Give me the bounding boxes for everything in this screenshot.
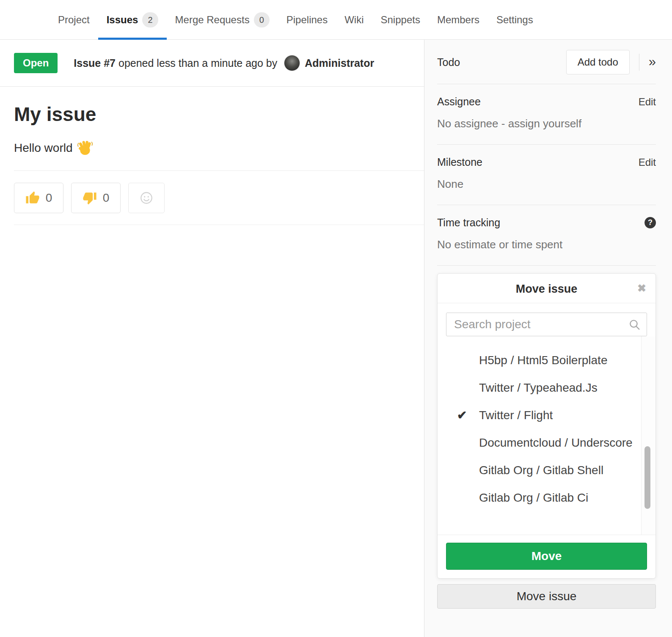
thumbs-up-count: 0	[46, 191, 52, 205]
nav-item-wiki[interactable]: Wiki	[344, 0, 364, 39]
nav-item-label: Project	[58, 14, 90, 26]
project-option-label: Twitter / Flight	[479, 409, 553, 422]
assignee-edit-button[interactable]: Edit	[639, 96, 656, 108]
avatar[interactable]	[284, 55, 300, 71]
todo-label: Todo	[437, 56, 460, 69]
project-option-label: Gitlab Org / Gitlab Ci	[479, 491, 588, 505]
nav-item-merge-requests[interactable]: Merge Requests 0	[175, 0, 270, 39]
add-reaction-button[interactable]	[128, 183, 165, 213]
help-icon[interactable]: ?	[644, 217, 656, 228]
no-assignee-text: No assignee	[437, 117, 498, 130]
project-search	[446, 313, 647, 336]
move-dialog-header: Move issue ✖	[438, 274, 655, 303]
project-option-label: Twitter / Typeahead.Js	[479, 381, 598, 395]
project-option-gitlab-org-gitlab-shell[interactable]: Gitlab Org / Gitlab Shell	[438, 456, 655, 484]
milestone-label: Milestone	[437, 156, 482, 168]
collapse-sidebar-icon[interactable]: »	[649, 55, 656, 70]
project-nav: Project Issues 2 Merge Requests 0 Pipeli…	[0, 0, 672, 40]
nav-item-settings[interactable]: Settings	[496, 0, 533, 39]
nav-item-label: Settings	[496, 14, 533, 26]
thumbs-down-button[interactable]: 0	[71, 183, 121, 213]
nav-item-label: Snippets	[381, 14, 420, 26]
thumbs-down-count: 0	[103, 191, 110, 205]
nav-item-members[interactable]: Members	[437, 0, 479, 39]
search-project-input[interactable]	[446, 313, 647, 336]
nav-item-label: Issues	[107, 14, 138, 26]
move-button[interactable]: Move	[446, 543, 647, 570]
scrollbar-track[interactable]	[641, 336, 655, 535]
assignee-label: Assignee	[437, 96, 481, 108]
project-option-documentcloud-underscore[interactable]: Documentcloud / Underscore	[438, 429, 655, 456]
move-issue-button[interactable]: Move issue	[437, 584, 656, 609]
milestone-edit-button[interactable]: Edit	[639, 157, 656, 168]
scrollbar-thumb[interactable]	[644, 446, 650, 509]
search-icon	[629, 319, 640, 330]
time-tracking-value: No estimate or time spent	[437, 238, 656, 251]
project-option-label: H5bp / Html5 Boilerplate	[479, 354, 607, 367]
issue-description-text: Hello world	[14, 141, 73, 155]
close-icon[interactable]: ✖	[637, 282, 646, 294]
issue-title: My issue	[14, 103, 410, 126]
todo-section: Todo Add todo »	[437, 40, 656, 84]
issue-sidebar: Todo Add todo » Assignee Edit No assigne…	[424, 40, 672, 637]
issue-main-column: Open Issue #7 opened less than a minute …	[0, 40, 424, 637]
project-option-label: Gitlab Org / Gitlab Shell	[479, 464, 603, 477]
issues-count-badge: 2	[142, 12, 158, 27]
nav-item-project[interactable]: Project	[58, 0, 90, 39]
milestone-section: Milestone Edit None	[437, 145, 656, 205]
award-emoji-bar: 0 0	[0, 171, 424, 225]
waving-hand-icon	[77, 140, 93, 156]
merge-requests-count-badge: 0	[254, 12, 270, 27]
nav-item-issues[interactable]: Issues 2	[107, 0, 158, 39]
project-option-twitter-flight[interactable]: ✔ Twitter / Flight	[438, 401, 655, 429]
nav-item-label: Wiki	[344, 14, 364, 26]
issue-header: Open Issue #7 opened less than a minute …	[0, 40, 424, 87]
thumbs-down-icon	[83, 191, 97, 205]
project-list: H5bp / Html5 Boilerplate Twitter / Typea…	[438, 336, 655, 535]
assign-yourself-link[interactable]: assign yourself	[508, 117, 581, 130]
project-option-gitlab-org-gitlab-ci[interactable]: Gitlab Org / Gitlab Ci	[438, 484, 655, 511]
check-icon: ✔	[457, 408, 467, 422]
assignee-section: Assignee Edit No assignee - assign yours…	[437, 84, 656, 145]
gitlab-issue-page: Project Issues 2 Merge Requests 0 Pipeli…	[0, 0, 672, 637]
page-content: Open Issue #7 opened less than a minute …	[0, 40, 672, 637]
milestone-value: None	[437, 178, 656, 191]
nav-item-label: Members	[437, 14, 479, 26]
assignee-separator: -	[501, 117, 505, 130]
project-option-label: Documentcloud / Underscore	[479, 436, 633, 450]
nav-item-pipelines[interactable]: Pipelines	[286, 0, 328, 39]
add-todo-button[interactable]: Add todo	[566, 50, 630, 74]
smiley-icon	[139, 191, 154, 205]
divider	[14, 225, 424, 225]
time-tracking-section: Time tracking ? No estimate or time spen…	[437, 205, 656, 266]
status-badge: Open	[14, 53, 58, 73]
time-tracking-label: Time tracking	[437, 217, 500, 229]
project-option-twitter-typeahead-js[interactable]: Twitter / Typeahead.Js	[438, 374, 655, 401]
project-option-h5bp-html5-boilerplate[interactable]: H5bp / Html5 Boilerplate	[438, 346, 655, 374]
move-dialog-title: Move issue	[516, 283, 578, 295]
move-dialog-footer: Move	[438, 535, 655, 578]
issue-meta: Issue #7 opened less than a minute ago b…	[74, 57, 277, 69]
thumbs-up-button[interactable]: 0	[14, 183, 63, 213]
nav-item-label: Merge Requests	[175, 14, 250, 26]
move-issue-dropdown: Move issue ✖ H5bp / Html5 Boilerplate	[437, 273, 656, 579]
vertical-divider	[639, 54, 639, 71]
issue-author[interactable]: Administrator	[305, 57, 374, 69]
issue-description: Hello world	[14, 140, 410, 156]
nav-item-snippets[interactable]: Snippets	[381, 0, 420, 39]
assignee-value: No assignee - assign yourself	[437, 117, 656, 130]
issue-opened-text: opened less than a minute ago by	[118, 57, 277, 69]
thumbs-up-icon	[25, 191, 40, 205]
nav-item-label: Pipelines	[286, 14, 328, 26]
issue-ref: Issue #7	[74, 57, 116, 69]
